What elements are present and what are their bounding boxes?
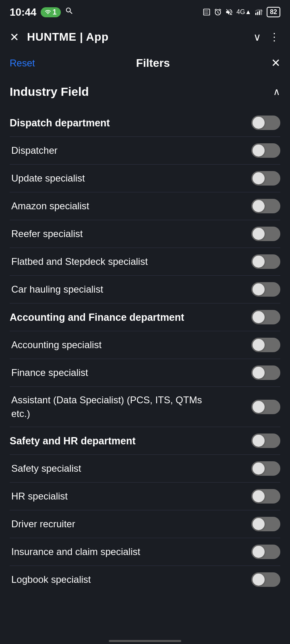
nfc-icon	[203, 8, 211, 16]
divider	[10, 192, 280, 192]
car-hauling-specialist-label: Car hauling specialist	[10, 283, 103, 296]
svg-rect-3	[261, 10, 262, 15]
mute-icon	[225, 8, 233, 16]
safety-specialist-toggle[interactable]	[251, 461, 280, 476]
flatbed-specialist-item: Flatbed and Stepdeck specialist	[10, 249, 280, 275]
finance-specialist-label: Finance specialist	[10, 366, 88, 380]
dispatch-department-item: Dispatch department	[10, 110, 280, 136]
driver-recruiter-toggle[interactable]	[251, 517, 280, 531]
reset-button[interactable]: Reset	[10, 58, 35, 69]
insurance-claim-specialist-toggle[interactable]	[251, 545, 280, 559]
flatbed-specialist-toggle[interactable]	[251, 254, 280, 269]
divider	[10, 136, 280, 137]
svg-rect-0	[255, 13, 257, 15]
status-left: 10:44 1	[10, 6, 74, 19]
update-specialist-item: Update specialist	[10, 165, 280, 191]
bottom-indicator	[109, 640, 181, 642]
wifi-icon	[45, 9, 51, 15]
amazon-specialist-item: Amazon specialist	[10, 193, 280, 219]
accounting-specialist-toggle[interactable]	[251, 338, 280, 352]
search-icon[interactable]	[65, 6, 74, 18]
update-specialist-toggle[interactable]	[251, 171, 280, 186]
svg-rect-2	[259, 10, 260, 15]
logbook-specialist-label: Logbook specialist	[10, 573, 91, 586]
divider	[10, 538, 280, 538]
chevron-up-icon[interactable]: ∧	[273, 86, 280, 97]
divider	[10, 386, 280, 387]
hr-specialist-toggle[interactable]	[251, 489, 280, 504]
driver-recruiter-item: Driver recruiter	[10, 511, 280, 537]
divider	[10, 220, 280, 220]
divider	[10, 427, 280, 427]
assistant-data-specialist-item: Assistant (Data Specialist) (PCS, ITS, Q…	[10, 388, 280, 426]
update-specialist-label: Update specialist	[10, 171, 85, 185]
safety-hr-item: Safety and HR department	[10, 428, 280, 454]
insurance-claim-specialist-item: Insurance and claim specialist	[10, 539, 280, 565]
divider	[10, 454, 280, 455]
bottom-bar	[0, 641, 290, 644]
filter-content: Industry Field ∧ Dispatch department Dis…	[0, 77, 290, 609]
reefer-specialist-toggle[interactable]	[251, 227, 280, 241]
status-time: 10:44	[10, 6, 37, 19]
accounting-specialist-label: Accounting specialist	[10, 338, 102, 352]
hr-specialist-item: HR specialist	[10, 483, 280, 509]
network-badge: 1	[41, 7, 61, 17]
industry-field-section-header: Industry Field ∧	[10, 85, 280, 99]
battery-indicator: 82	[267, 7, 280, 17]
flatbed-specialist-label: Flatbed and Stepdeck specialist	[10, 255, 148, 268]
section-title: Industry Field	[10, 85, 89, 99]
dispatch-department-label: Dispatch department	[10, 116, 110, 130]
logbook-specialist-item: Logbook specialist	[10, 567, 280, 592]
chevron-down-icon[interactable]: ∨	[253, 31, 261, 43]
car-hauling-specialist-toggle[interactable]	[251, 282, 280, 297]
amazon-specialist-toggle[interactable]	[251, 199, 280, 213]
safety-specialist-label: Safety specialist	[10, 462, 81, 475]
divider	[10, 331, 280, 331]
divider	[10, 248, 280, 248]
assistant-data-specialist-toggle[interactable]	[251, 400, 280, 414]
divider	[10, 482, 280, 483]
divider	[10, 359, 280, 359]
finance-specialist-toggle[interactable]	[251, 365, 280, 380]
svg-rect-1	[257, 12, 259, 15]
accounting-finance-toggle[interactable]	[251, 310, 280, 324]
safety-specialist-item: Safety specialist	[10, 456, 280, 481]
finance-specialist-item: Finance specialist	[10, 360, 280, 386]
reefer-specialist-item: Reefer specialist	[10, 221, 280, 247]
dispatcher-item: Dispatcher	[10, 138, 280, 163]
car-hauling-specialist-item: Car hauling specialist	[10, 277, 280, 302]
accounting-finance-item: Accounting and Finance department	[10, 304, 280, 330]
signal-icon: 4G▲	[236, 8, 251, 16]
signal-bars-icon	[255, 8, 263, 17]
divider	[10, 164, 280, 165]
reefer-specialist-label: Reefer specialist	[10, 227, 83, 241]
driver-recruiter-label: Driver recruiter	[10, 517, 75, 531]
logbook-specialist-toggle[interactable]	[251, 572, 280, 587]
amazon-specialist-label: Amazon specialist	[10, 199, 89, 213]
accounting-specialist-item: Accounting specialist	[10, 332, 280, 358]
divider	[10, 510, 280, 510]
filter-header: Reset Filters ✕	[0, 52, 290, 77]
assistant-data-specialist-label: Assistant (Data Specialist) (PCS, ITS, Q…	[10, 393, 211, 420]
dispatch-department-toggle[interactable]	[251, 116, 280, 130]
safety-hr-toggle[interactable]	[251, 433, 280, 448]
close-app-icon[interactable]: ✕	[10, 31, 19, 44]
safety-hr-label: Safety and HR department	[10, 434, 136, 448]
dispatcher-label: Dispatcher	[10, 144, 58, 157]
divider	[10, 303, 280, 303]
filter-title: Filters	[136, 57, 170, 70]
divider	[10, 275, 280, 276]
status-bar: 10:44 1 4G▲ 82	[0, 0, 290, 23]
hr-specialist-label: HR specialist	[10, 489, 68, 503]
status-icons: 4G▲ 82	[203, 7, 280, 17]
status-right: 4G▲ 82	[203, 7, 280, 17]
more-options-icon[interactable]: ⋮	[269, 31, 280, 43]
dispatcher-toggle[interactable]	[251, 143, 280, 158]
header-right: ∨ ⋮	[253, 31, 280, 43]
divider	[10, 566, 280, 566]
accounting-finance-label: Accounting and Finance department	[10, 310, 184, 324]
header-left: ✕ HUNTME | App	[10, 31, 109, 44]
app-title: HUNTME | App	[27, 31, 109, 43]
insurance-claim-specialist-label: Insurance and claim specialist	[10, 545, 140, 559]
filter-close-icon[interactable]: ✕	[271, 56, 280, 70]
